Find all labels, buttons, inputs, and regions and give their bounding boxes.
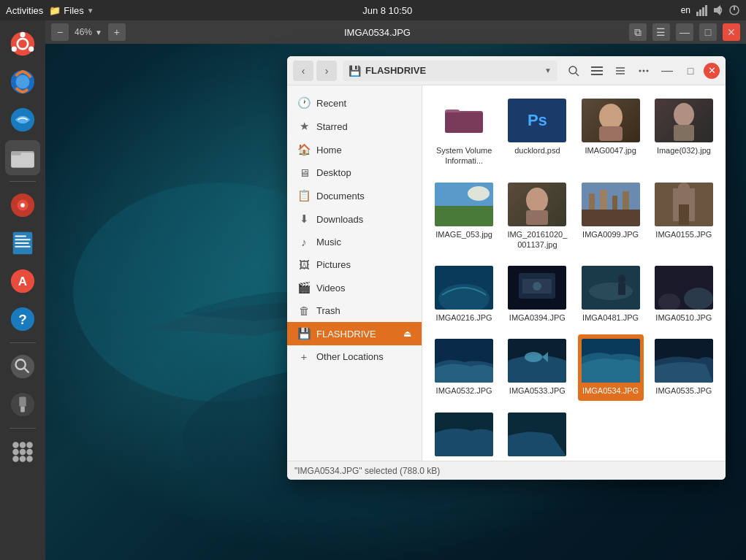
- topbar: Activities 📁 Files ▼ Jun 8 10:50 en: [0, 0, 746, 20]
- documents-icon: 📋: [297, 189, 311, 202]
- dock-icon-ubuntu[interactable]: [5, 26, 40, 61]
- sidebar-item-pictures[interactable]: 🖼 Pictures: [287, 253, 422, 276]
- file-item-imga0533[interactable]: IMGA0533.JPG: [504, 334, 570, 400]
- volume-icon: [712, 4, 724, 16]
- sidebar-item-videos[interactable]: 🎬 Videos: [287, 276, 422, 299]
- dialog-header-actions: — □ ✕: [563, 61, 720, 81]
- files-menu-button[interactable]: 📁 Files ▼: [49, 5, 94, 16]
- dock-icon-firefox[interactable]: [5, 64, 40, 99]
- zoom-out-button[interactable]: −: [51, 23, 69, 41]
- location-bar[interactable]: 💾 FLASHDRIVE ▼: [343, 61, 557, 81]
- sidebar-label-home: Home: [316, 145, 342, 156]
- dock-icon-writer[interactable]: [5, 226, 40, 261]
- videos-icon: 🎬: [297, 281, 311, 294]
- sidebar-item-documents[interactable]: 📋 Documents: [287, 184, 422, 207]
- overflow-button[interactable]: [633, 61, 654, 81]
- svg-rect-79: [678, 183, 690, 193]
- sidebar-item-desktop[interactable]: 🖥 Desktop: [287, 161, 422, 184]
- file-item-imga0155[interactable]: IMGA0155.JPG: [651, 178, 717, 255]
- recent-icon: 🕐: [297, 96, 311, 110]
- topbar-right: en: [681, 4, 740, 16]
- file-item-imga0481[interactable]: IMGA0481.JPG: [578, 261, 644, 327]
- dock-icon-usb[interactable]: [5, 387, 40, 422]
- sidebar-item-other-locations[interactable]: + Other Locations: [287, 345, 422, 368]
- view-options-button[interactable]: [610, 61, 631, 81]
- dock-icon-search[interactable]: [5, 349, 40, 384]
- file-name-image053: IMAGE_053.jpg: [435, 229, 492, 239]
- starred-icon: ★: [297, 120, 311, 133]
- svg-rect-4: [696, 12, 699, 16]
- sidebar-item-downloads[interactable]: ⬇ Downloads: [287, 207, 422, 231]
- close-dialog-button[interactable]: ✕: [704, 63, 720, 79]
- file-item-imga0532[interactable]: IMGA0532.JPG: [431, 334, 497, 400]
- back-button[interactable]: ‹: [293, 61, 313, 81]
- file-item-image053[interactable]: IMAGE_053.jpg: [431, 178, 497, 255]
- sidebar-item-home[interactable]: 🏠 Home: [287, 138, 422, 161]
- sidebar-item-starred[interactable]: ★ Starred: [287, 115, 422, 138]
- file-item-imag0047[interactable]: IMAG0047.jpg: [578, 94, 644, 171]
- sidebar-item-trash[interactable]: 🗑 Trash: [287, 299, 422, 322]
- maximize-dialog-button[interactable]: □: [680, 61, 701, 81]
- file-name-imga0535: IMGA0535.JPG: [655, 386, 712, 396]
- svg-rect-28: [15, 246, 31, 248]
- viewer-restore-button[interactable]: ⧉: [629, 23, 647, 41]
- svg-rect-76: [623, 191, 629, 210]
- sidebar-item-recent[interactable]: 🕐 Recent: [287, 91, 422, 115]
- search-button[interactable]: [563, 61, 584, 81]
- dock-icon-appstore[interactable]: A: [5, 264, 40, 299]
- file-item-imga0099[interactable]: IMGA0099.JPG: [578, 178, 644, 255]
- zoom-in-button[interactable]: +: [108, 23, 126, 41]
- sidebar-item-music[interactable]: ♪ Music: [287, 231, 422, 253]
- view-options-icon: [614, 65, 626, 77]
- sidebar-label-flashdrive: FLASHDRIVE: [316, 329, 376, 340]
- viewer-maximize-button[interactable]: □: [699, 23, 717, 41]
- file-name-imga0532: IMGA0532.JPG: [436, 386, 492, 396]
- svg-point-16: [16, 75, 30, 89]
- file-item-imga0536[interactable]: IMGA0536.JPG: [431, 408, 497, 461]
- forward-button[interactable]: ›: [316, 61, 337, 81]
- file-item-imga0535[interactable]: IMGA0535.JPG: [651, 334, 717, 400]
- svg-point-48: [569, 66, 576, 74]
- activities-button[interactable]: Activities: [6, 5, 43, 16]
- file-item-img20161020[interactable]: IMG_20161020_001137.jpg: [504, 178, 570, 255]
- files-dialog: ‹ › 💾 FLASHDRIVE ▼ — □ ✕: [287, 56, 726, 480]
- svg-rect-20: [11, 151, 21, 156]
- dock-icon-rhythmbox[interactable]: [5, 188, 40, 223]
- file-item-imga0537[interactable]: IMG...: [504, 408, 570, 461]
- svg-rect-74: [600, 190, 607, 210]
- file-icon: 📁: [49, 5, 61, 16]
- dock-icon-files[interactable]: [5, 140, 40, 175]
- dock-separator-3: [9, 428, 36, 429]
- eject-button[interactable]: ⏏: [403, 329, 411, 339]
- dock-icon-help[interactable]: ?: [5, 302, 40, 337]
- svg-point-58: [647, 69, 649, 72]
- viewer-menu-button[interactable]: ☰: [652, 23, 670, 41]
- svg-rect-90: [618, 283, 625, 295]
- sidebar-item-flashdrive[interactable]: 💾 FLASHDRIVE ⏏: [287, 322, 422, 345]
- file-name-imga0099: IMGA0099.JPG: [582, 229, 639, 239]
- svg-rect-75: [612, 196, 617, 210]
- file-name-sysvolinfo: System Volume Informati...: [434, 145, 494, 166]
- svg-point-47: [26, 456, 32, 461]
- file-item-imga0394[interactable]: IMGA0394.JPG: [504, 261, 570, 327]
- file-name-imga0534: IMGA0534.JPG: [582, 386, 639, 396]
- file-item-imga0534[interactable]: IMGA0534.JPG: [578, 334, 644, 400]
- file-item-ducklord[interactable]: Ps ducklord.psd: [504, 94, 570, 171]
- file-item-sysvolinfo[interactable]: System Volume Informati...: [431, 94, 497, 171]
- sidebar-label-recent: Recent: [316, 98, 346, 109]
- svg-text:?: ?: [18, 312, 27, 327]
- file-item-imga0216[interactable]: IMGA0216.JPG: [431, 261, 497, 327]
- files-menu-arrow: ▼: [87, 7, 94, 15]
- location-dropdown-arrow[interactable]: ▼: [544, 66, 552, 74]
- dock-icon-apps[interactable]: [5, 434, 40, 469]
- viewer-minimize-button[interactable]: —: [676, 23, 693, 41]
- svg-point-45: [12, 456, 18, 461]
- trash-icon: 🗑: [297, 304, 311, 317]
- file-item-imga0510[interactable]: IMGA0510.JPG: [651, 261, 717, 327]
- minimize-dialog-button[interactable]: —: [657, 61, 677, 81]
- viewer-close-button[interactable]: ✕: [723, 23, 740, 41]
- file-item-image032[interactable]: Image(032).jpg: [651, 94, 717, 171]
- svg-point-43: [20, 449, 26, 455]
- list-view-button[interactable]: [587, 61, 607, 81]
- dock-icon-thunderbird[interactable]: [5, 102, 40, 137]
